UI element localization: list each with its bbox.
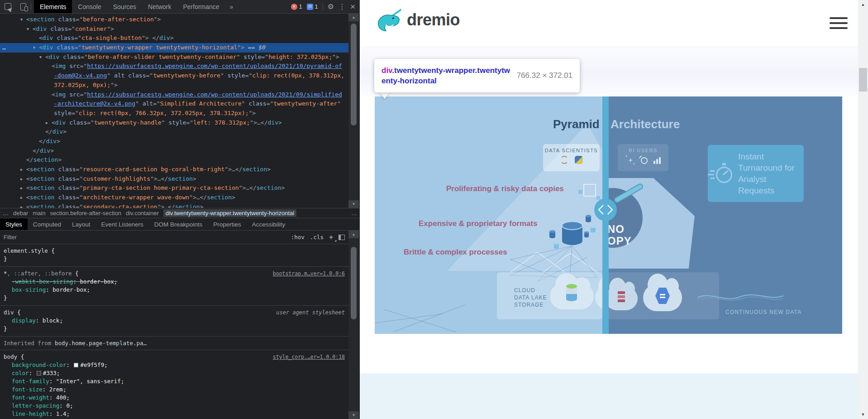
inherited-selector[interactable]: body.home.page-template.pa…	[55, 340, 147, 347]
tab-network[interactable]: Network	[142, 0, 177, 13]
tree-row[interactable]: </section>	[0, 155, 348, 165]
css-selector[interactable]: element.style {	[4, 247, 55, 255]
expand-arrow-icon[interactable]: ▶	[20, 183, 23, 193]
scroll-up-icon[interactable]: ▲	[348, 14, 359, 21]
tree-row[interactable]: </div>	[0, 137, 348, 146]
breadcrumb-item[interactable]: debar	[13, 210, 28, 217]
hamburger-menu-icon[interactable]	[830, 17, 848, 29]
expand-arrow-icon[interactable]: ▶	[20, 174, 23, 184]
breadcrumb-item[interactable]: div.container	[126, 210, 159, 217]
expand-arrow-icon[interactable]: ▶	[20, 165, 23, 174]
issues-badge[interactable]: 1	[307, 4, 318, 10]
expand-arrow-icon[interactable]: ▶	[20, 193, 23, 202]
collapse-arrow-icon[interactable]: ▼	[27, 24, 29, 34]
css-property[interactable]: font-size: 2rem;	[4, 385, 345, 394]
tree-row[interactable]: -doom@2x-v4.png" alt class="twentytwenty…	[0, 71, 348, 81]
tree-row[interactable]: </div>	[0, 127, 348, 137]
dremio-logo[interactable]: dremio	[376, 8, 460, 32]
inspect-element-button[interactable]	[0, 0, 15, 13]
collapse-arrow-icon[interactable]: ▼	[39, 53, 42, 62]
browser-scrollbar[interactable]: ▲ ▼	[858, 0, 868, 419]
scroll-up-icon[interactable]: ▲	[348, 231, 359, 238]
breadcrumb-item[interactable]: div.twentytwenty-wrapper.twentytwenty-ho…	[163, 209, 296, 217]
tree-row[interactable]: ▶<div class="twentytwenty-handle" style=…	[0, 118, 348, 128]
tree-row[interactable]: …▼<div class="twentytwenty-wrapper twent…	[0, 43, 348, 53]
css-property[interactable]: line-height: 1.4;	[4, 410, 345, 418]
tree-row[interactable]: ▼<section class="before-after-section">	[0, 15, 348, 24]
close-devtools-icon[interactable]: ×	[350, 2, 355, 12]
device-toolbar-button[interactable]	[15, 0, 31, 13]
breadcrumb-item[interactable]: main	[33, 210, 45, 217]
tree-row[interactable]: </div>	[0, 146, 348, 156]
tree-row[interactable]: ▶<section class="secondary-cta-section">…	[0, 202, 348, 208]
tree-row[interactable]: ▶<section class="customer-highlights">…<…	[0, 174, 348, 184]
collapse-arrow-icon[interactable]: ▼	[33, 43, 35, 53]
styles-filter-input[interactable]	[4, 234, 286, 241]
error-badge[interactable]: ✕ 1	[291, 4, 302, 10]
tree-row[interactable]: -architecture@2x-v4.png" alt="Simplified…	[0, 99, 348, 109]
toggle-classes-button[interactable]: .cls	[310, 234, 324, 241]
tree-row[interactable]: ▶<section class="architecture-wrapper wa…	[0, 193, 348, 202]
slider-handle[interactable]	[594, 198, 617, 221]
color-swatch[interactable]	[37, 371, 41, 376]
devtools-menu-icon[interactable]: ⋮	[339, 2, 346, 11]
tab-performance[interactable]: Performance	[177, 0, 225, 13]
stylesheet-source-link[interactable]: bootstrap.m…ver=1.0.0:6	[268, 270, 345, 278]
breadcrumb-overflow[interactable]: …	[351, 210, 357, 217]
collapse-arrow-icon[interactable]: ▼	[20, 15, 23, 24]
breadcrumb-item[interactable]: section.before-after-section	[50, 210, 121, 217]
tree-row[interactable]: ▶<section class="primary-cta-section hom…	[0, 183, 348, 193]
more-panels-button[interactable]: »	[225, 0, 238, 13]
tab-event-listeners[interactable]: Event Listeners	[96, 218, 149, 230]
tree-row[interactable]: 372.025px, 0px);">	[0, 81, 348, 90]
scroll-down-icon[interactable]: ▼	[858, 410, 868, 419]
breadcrumb-overflow[interactable]: …	[3, 210, 9, 217]
tab-accessibility[interactable]: Accessibility	[247, 218, 291, 230]
expand-arrow-icon[interactable]: ▶	[20, 202, 23, 208]
tab-elements[interactable]: Elements	[34, 0, 72, 13]
tree-row[interactable]: style="clip: rect(0px, 766.32px, 372.025…	[0, 109, 348, 118]
scroll-down-icon[interactable]: ▼	[348, 200, 359, 208]
css-property[interactable]: color: #333;	[4, 369, 345, 377]
resource-link[interactable]: -architecture@2x-v4.png	[54, 100, 135, 107]
css-property[interactable]: box-sizing: border-box;	[4, 286, 345, 294]
css-property[interactable]: font-weight: 400;	[4, 394, 345, 402]
tab-computed[interactable]: Computed	[28, 218, 67, 230]
tree-row[interactable]: ▼<div class="container">	[0, 24, 348, 34]
css-selector[interactable]: div {	[4, 308, 21, 317]
tree-row[interactable]: <div class="cta-single-button"> </div>	[0, 34, 348, 43]
elements-scrollbar-thumb[interactable]	[351, 24, 357, 125]
tree-row[interactable]: ▼<div class="before-after-slider twentyt…	[0, 53, 348, 62]
tree-row[interactable]: <img src="https://subsurfacestg.wpengine…	[0, 62, 348, 71]
elements-scrollbar[interactable]: ▲ ▼	[348, 14, 359, 208]
css-property[interactable]: font-family: "Inter", sans-serif;	[4, 377, 345, 385]
css-property[interactable]: -webkit-box-sizing: border-box;	[4, 278, 345, 286]
styles-scrollbar-thumb[interactable]	[351, 247, 357, 319]
styles-scrollbar[interactable]: ▲ ▼	[348, 231, 359, 419]
tab-sources[interactable]: Sources	[107, 0, 142, 13]
stylesheet-source-link[interactable]: style_corp.…er=1.0.0:18	[268, 353, 345, 361]
tab-layout[interactable]: Layout	[67, 218, 96, 230]
color-swatch[interactable]	[74, 363, 78, 367]
resource-link[interactable]: https://subsurfacestg.wpengine.com/wp-co…	[87, 63, 342, 69]
tab-styles[interactable]: Styles	[0, 218, 28, 230]
css-property[interactable]: letter-spacing: 0;	[4, 402, 345, 410]
css-property[interactable]: display: block;	[4, 317, 345, 325]
scroll-down-icon[interactable]: ▼	[348, 411, 359, 419]
scroll-up-icon[interactable]: ▲	[858, 0, 868, 9]
css-selector[interactable]: *, ::after, ::before {	[4, 270, 79, 278]
tree-row[interactable]: <img src="https://subsurfacestg.wpengine…	[0, 90, 348, 100]
new-style-rule-button[interactable]: +◢	[329, 233, 333, 241]
tree-row[interactable]: ▶<section class="resource-card-section b…	[0, 165, 348, 174]
css-property[interactable]: background-color: #e9f5f9;	[4, 361, 345, 369]
toggle-sidebar-icon[interactable]	[339, 235, 345, 240]
css-selector[interactable]: body {	[4, 353, 24, 361]
tab-console[interactable]: Console	[72, 0, 107, 13]
expand-arrow-icon[interactable]: ▶	[46, 118, 48, 128]
browser-scrollbar-thumb[interactable]	[859, 68, 867, 92]
tab-dom-breakpoints[interactable]: DOM Breakpoints	[149, 218, 208, 230]
tab-properties[interactable]: Properties	[208, 218, 247, 230]
resource-link[interactable]: -doom@2x-v4.png	[54, 72, 107, 79]
resource-link[interactable]: https://subsurfacestg.wpengine.com/wp-co…	[87, 91, 342, 98]
settings-gear-icon[interactable]: ⚙	[328, 2, 334, 11]
